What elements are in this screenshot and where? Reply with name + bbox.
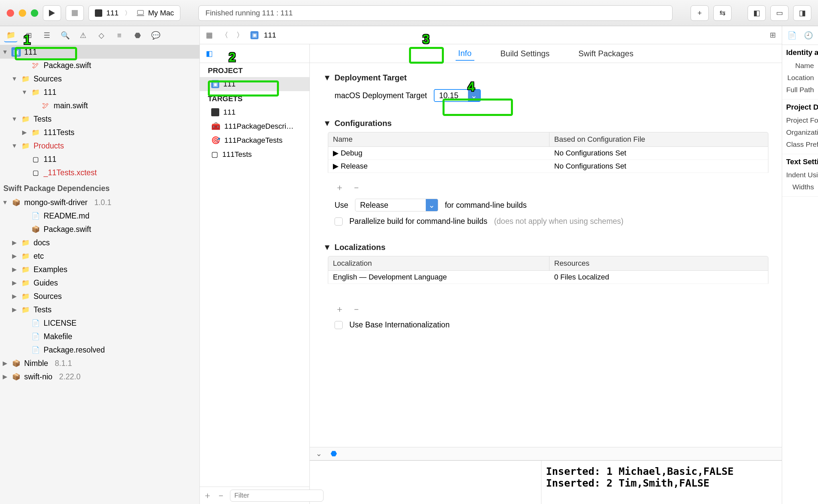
- debug-navigator-tab[interactable]: ≡: [113, 29, 126, 42]
- close-window[interactable]: [7, 9, 14, 17]
- base-intl-label: Use Base Internationalization: [349, 320, 450, 329]
- toggle-debug[interactable]: ▭: [770, 5, 788, 21]
- debug-dropdown-icon[interactable]: ⌄: [314, 448, 323, 459]
- project-item[interactable]: ▣ 111: [200, 77, 309, 91]
- console-output[interactable]: Inserted: 1 Michael,Basic,FALSE Inserted…: [541, 461, 782, 504]
- project-section-header: PROJECT: [200, 63, 309, 77]
- folder-sources[interactable]: ▼📁 Sources: [0, 72, 199, 85]
- local-row-english[interactable]: English — Development Language 0 Files L…: [328, 271, 768, 284]
- issue-navigator-tab[interactable]: ⚠: [76, 29, 90, 42]
- parallelize-note: (does not apply when using schemes): [494, 217, 624, 226]
- tab-swift-packages[interactable]: Swift Packages: [576, 47, 636, 60]
- related-items-icon[interactable]: ▦: [204, 29, 214, 41]
- target-111tests[interactable]: ▢111Tests: [200, 147, 309, 162]
- configurations-section[interactable]: ▼Configurations: [323, 115, 768, 132]
- targets-panel: ◧ PROJECT ▣ 111 TARGETS 111 🧰111PackageD…: [200, 44, 310, 504]
- toggle-inspector[interactable]: ◨: [793, 5, 811, 21]
- folder-tests[interactable]: ▼📁 Tests: [0, 112, 199, 126]
- history-inspector-tab[interactable]: 🕘: [803, 30, 814, 41]
- config-row-debug[interactable]: ▶ Debug No Configurations Set: [328, 147, 768, 160]
- back-button[interactable]: 〈: [220, 29, 230, 42]
- project-settings: Info Build Settings Swift Packages ▼Depl…: [310, 44, 782, 504]
- text-settings-section: Text Settings: [786, 158, 814, 169]
- toggle-navigator[interactable]: ◧: [748, 5, 766, 21]
- status-text: Finished running 111 : 111: [206, 9, 293, 17]
- build-config-select[interactable]: Release ⌄: [355, 199, 438, 211]
- scheme-destination: My Mac: [148, 9, 174, 17]
- project-navigator-tab[interactable]: 📁: [4, 29, 17, 42]
- editor-area: ▦ 〈 〉 ▣ 111 ⊞ ◧ PROJECT ▣ 111 TARGETS: [200, 26, 782, 504]
- tab-build-settings[interactable]: Build Settings: [498, 47, 552, 60]
- toggle-targets-icon[interactable]: ◧: [204, 48, 214, 59]
- library-button[interactable]: +: [691, 5, 709, 21]
- add-localization-button[interactable]: ＋: [335, 303, 345, 315]
- test-navigator-tab[interactable]: ◇: [95, 29, 108, 42]
- forward-button[interactable]: 〉: [235, 29, 245, 42]
- base-intl-checkbox[interactable]: [335, 321, 343, 329]
- file-main-swift[interactable]: 🕊 main.swift: [0, 99, 199, 112]
- minimize-window[interactable]: [19, 9, 26, 17]
- target-package-description[interactable]: 🧰111PackageDescri…: [200, 119, 309, 133]
- dep-mongo[interactable]: ▼📦 mongo-swift-driver 1.0.1: [0, 196, 199, 209]
- remove-localization-button[interactable]: －: [351, 303, 361, 315]
- zoom-window[interactable]: [31, 9, 38, 17]
- tab-info[interactable]: Info: [456, 47, 474, 61]
- product-111[interactable]: ▢ 111: [0, 152, 199, 166]
- folder-111[interactable]: ▼📁 111: [0, 85, 199, 99]
- local-col-name: Localization: [328, 256, 549, 270]
- file-package-resolved[interactable]: 📄 Package.resolved: [0, 343, 199, 357]
- stop-button[interactable]: [66, 5, 84, 21]
- add-editor-icon[interactable]: ⊞: [768, 29, 777, 41]
- source-control-navigator-tab[interactable]: ⊞: [22, 29, 36, 42]
- svg-marker-0: [49, 10, 55, 16]
- folder-docs[interactable]: ▶📁 docs: [0, 236, 199, 249]
- file-readme[interactable]: 📄 README.md: [0, 209, 199, 223]
- folder-tests-2[interactable]: ▶📁 Tests: [0, 303, 199, 316]
- folder-etc[interactable]: ▶📁 etc: [0, 249, 199, 263]
- folder-guides[interactable]: ▶📁 Guides: [0, 276, 199, 290]
- dep-nimble[interactable]: ▶📦 Nimble 8.1.1: [0, 357, 199, 370]
- target-111[interactable]: 111: [200, 105, 309, 119]
- product-xctest[interactable]: ▢ _11Tests.xctest: [0, 166, 199, 179]
- report-navigator-tab[interactable]: 💬: [149, 29, 162, 42]
- parallelize-label: Parallelize build for command-line build…: [349, 217, 487, 226]
- toolbar: 111 〉 My Mac Finished running 111 : 111 …: [0, 0, 818, 26]
- variables-view[interactable]: [310, 461, 541, 504]
- navigator-tabs: 📁 ⊞ ☰ 🔍 ⚠ ◇ ≡ ⬣ 💬: [0, 26, 199, 45]
- file-inspector-tab[interactable]: 📄: [786, 30, 798, 41]
- file-package-swift[interactable]: 🕊 Package.swift: [0, 59, 199, 72]
- folder-111tests[interactable]: ▶📁 111Tests: [0, 126, 199, 139]
- add-target-button[interactable]: ＋: [203, 490, 212, 501]
- debug-bar: ⌄ ⬣: [310, 447, 782, 460]
- add-config-button[interactable]: ＋: [335, 182, 345, 193]
- symbol-navigator-tab[interactable]: ☰: [40, 29, 54, 42]
- folder-sources-2[interactable]: ▶📁 Sources: [0, 290, 199, 303]
- breakpoint-toggle-icon[interactable]: ⬣: [329, 448, 338, 459]
- find-navigator-tab[interactable]: 🔍: [58, 29, 72, 42]
- target-package-tests[interactable]: 🎯111PackageTests: [200, 133, 309, 147]
- deployment-target-select[interactable]: 10.15 ⌄: [434, 89, 481, 102]
- remove-config-button[interactable]: －: [351, 182, 361, 193]
- deployment-target-section[interactable]: ▼Deployment Target: [323, 69, 768, 86]
- folder-examples[interactable]: ▶📁 Examples: [0, 263, 199, 276]
- project-root[interactable]: ▼▣ 111: [0, 45, 199, 59]
- local-col-res: Resources: [549, 256, 768, 270]
- window-controls: [7, 9, 38, 17]
- breakpoint-navigator-tab[interactable]: ⬣: [131, 29, 144, 42]
- parallelize-checkbox[interactable]: [335, 217, 343, 226]
- file-license[interactable]: 📄 LICENSE: [0, 316, 199, 330]
- config-row-release[interactable]: ▶ Release No Configurations Set: [328, 160, 768, 173]
- svg-rect-3: [137, 15, 144, 16]
- localizations-section[interactable]: ▼Localizations: [323, 239, 768, 256]
- file-makefile[interactable]: 📄 Makefile: [0, 330, 199, 343]
- scheme-selector[interactable]: 111 〉 My Mac: [89, 5, 180, 21]
- code-review-button[interactable]: ⇆: [713, 5, 732, 21]
- folder-products[interactable]: ▼📁 Products: [0, 139, 199, 152]
- console-area: Inserted: 1 Michael,Basic,FALSE Inserted…: [310, 460, 782, 504]
- run-button[interactable]: [43, 5, 61, 21]
- remove-target-button[interactable]: －: [217, 490, 225, 501]
- file-package-swift-2[interactable]: 📦 Package.swift: [0, 223, 199, 236]
- jump-crumb[interactable]: 111: [264, 31, 276, 40]
- project-doc-section: Project Document: [786, 103, 814, 114]
- dep-swiftnio[interactable]: ▶📦 swift-nio 2.22.0: [0, 370, 199, 383]
